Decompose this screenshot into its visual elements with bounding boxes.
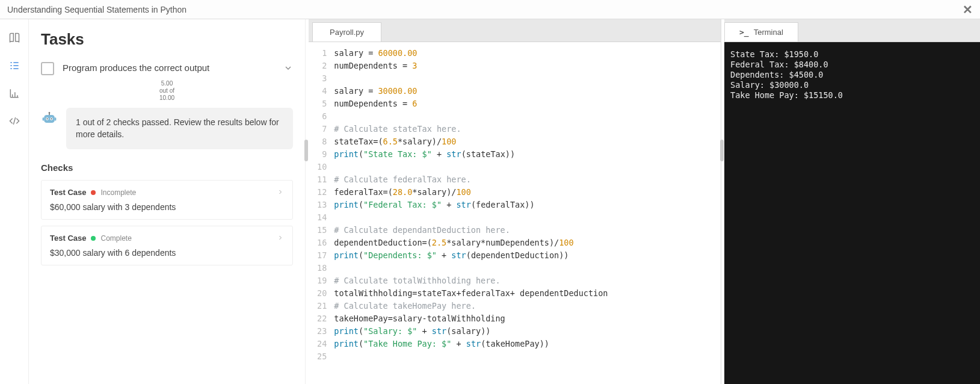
terminal-tab-strip: >_ Terminal: [724, 19, 980, 42]
task-text: Program produces the correct output: [63, 62, 275, 73]
svg-rect-7: [43, 117, 45, 120]
chevron-right-icon[interactable]: [277, 234, 284, 243]
editor-panel: Payroll.py 12345678910111213141516171819…: [309, 19, 721, 384]
status-text: Incomplete: [100, 188, 136, 197]
close-icon[interactable]: ✕: [963, 2, 973, 17]
tasks-heading: Tasks: [41, 30, 293, 49]
editor-tab-strip: Payroll.py: [309, 19, 721, 42]
check-description: $60,000 salary with 3 dependents: [50, 202, 284, 212]
tasks-panel: Tasks Program produces the correct outpu…: [29, 19, 306, 384]
code-editor[interactable]: 1234567891011121314151617181920212223242…: [309, 42, 721, 384]
terminal-panel: >_ Terminal State Tax: $1950.0 Federal T…: [724, 19, 980, 384]
svg-rect-8: [55, 117, 57, 120]
feedback-row: 1 out of 2 checks passed. Review the res…: [41, 108, 293, 149]
terminal-tab-label: Terminal: [754, 28, 783, 37]
chart-icon[interactable]: [8, 87, 21, 100]
feedback-message: 1 out of 2 checks passed. Review the res…: [66, 108, 293, 149]
status-text: Complete: [100, 234, 131, 243]
window-title: Understanding Sequential Statements in P…: [7, 5, 186, 14]
svg-rect-1: [49, 113, 50, 115]
prompt-icon: >_: [739, 28, 749, 37]
test-case-label: Test Case: [50, 234, 86, 243]
robot-icon: [41, 110, 58, 127]
svg-rect-2: [44, 115, 55, 123]
check-item[interactable]: Test Case Complete $30,000 salary with 6…: [41, 226, 293, 265]
editor-tab[interactable]: Payroll.py: [312, 22, 381, 42]
svg-point-5: [47, 119, 48, 120]
svg-point-6: [51, 119, 52, 120]
tasks-icon[interactable]: [8, 59, 21, 72]
resize-handle[interactable]: [721, 19, 724, 384]
code-icon[interactable]: [8, 114, 21, 128]
terminal-output[interactable]: State Tax: $1950.0 Federal Tax: $8400.0 …: [724, 42, 980, 384]
check-item[interactable]: Test Case Incomplete $60,000 salary with…: [41, 180, 293, 220]
test-case-label: Test Case: [50, 188, 86, 197]
book-icon[interactable]: [8, 31, 21, 45]
task-score: 5.00 out of 10.00: [41, 80, 293, 102]
status-dot-incomplete: [91, 190, 96, 195]
main-layout: Tasks Program produces the correct outpu…: [0, 19, 980, 384]
resize-handle[interactable]: [306, 19, 309, 384]
task-checkbox[interactable]: [41, 62, 54, 75]
line-gutter: 1234567891011121314151617181920212223242…: [309, 42, 331, 384]
chevron-down-icon[interactable]: [283, 62, 293, 75]
check-description: $30,000 salary with 6 dependents: [50, 248, 284, 258]
status-dot-complete: [91, 236, 96, 241]
current-task-row[interactable]: Program produces the correct output: [41, 62, 293, 75]
terminal-tab[interactable]: >_ Terminal: [724, 22, 798, 42]
chevron-right-icon[interactable]: [277, 188, 284, 197]
checks-heading: Checks: [41, 163, 293, 173]
titlebar: Understanding Sequential Statements in P…: [0, 0, 980, 19]
nav-rail: [0, 19, 29, 384]
code-content[interactable]: salary = 60000.00numDependents = 3 salar…: [331, 42, 608, 384]
